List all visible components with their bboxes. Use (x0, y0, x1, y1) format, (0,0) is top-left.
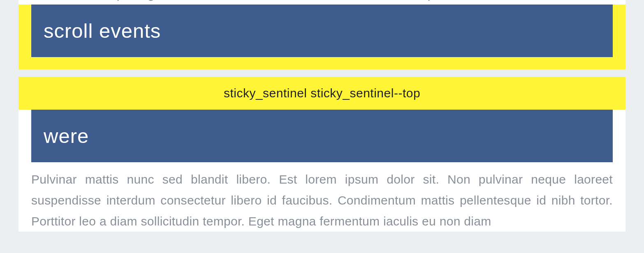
sticky-sentinel-top: sticky_sentinel sticky_sentinel--top (19, 77, 625, 110)
sticky-header-title: scroll events (44, 19, 600, 42)
paragraph-body: Pulvinar mattis nunc sed blandit libero.… (19, 162, 625, 232)
paragraph-truncated: sem viverra aliquet eget. Dui accumsan s… (19, 0, 625, 5)
section-scroll-events: sem viverra aliquet eget. Dui accumsan s… (19, 0, 625, 69)
section-were: sticky_sentinel sticky_sentinel--top wer… (19, 77, 625, 232)
sticky-header-box: scroll events (31, 5, 613, 57)
sticky-header-box: were (31, 110, 613, 162)
page-container: sem viverra aliquet eget. Dui accumsan s… (0, 0, 644, 232)
sticky-header-highlight: scroll events (19, 5, 625, 69)
sentinel-label: sticky_sentinel sticky_sentinel--top (224, 86, 420, 100)
sticky-header-title: were (44, 124, 600, 147)
